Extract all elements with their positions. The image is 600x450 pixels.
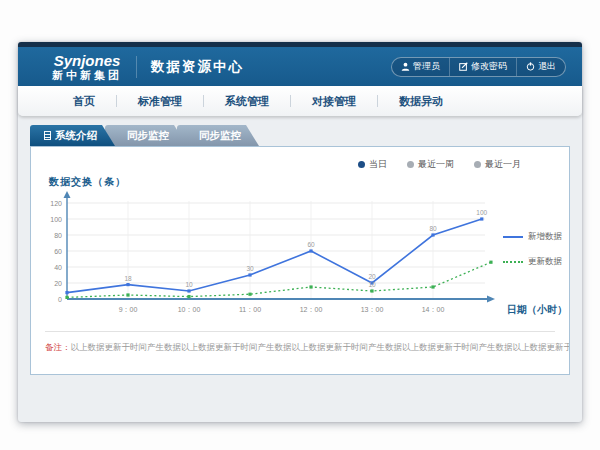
filter-option-2[interactable]: 最近一周 xyxy=(407,158,454,171)
logo-brand-text: Synjones xyxy=(52,53,122,68)
tab-label: 同步监控 xyxy=(127,129,169,143)
nav-item-4[interactable]: 对接管理 xyxy=(291,94,377,109)
range-filter: 当日最近一周最近一月 xyxy=(31,147,569,171)
x-axis-title: 日期（小时） xyxy=(507,303,567,317)
logout-button[interactable]: 退出 xyxy=(516,58,565,76)
tab-label: 同步监控 xyxy=(199,129,241,143)
radio-icon xyxy=(358,161,365,168)
svg-text:13：00: 13：00 xyxy=(361,306,384,313)
svg-text:40: 40 xyxy=(54,264,62,271)
svg-text:100: 100 xyxy=(476,209,487,216)
edit-icon xyxy=(459,62,468,71)
svg-text:10: 10 xyxy=(185,281,193,288)
header-divider xyxy=(136,56,137,78)
footnote-label: 备注： xyxy=(45,342,71,352)
user-toolbar: 管理员 修改密码 退出 xyxy=(391,57,566,77)
svg-text:60: 60 xyxy=(307,241,315,248)
tab-label: 系统介绍 xyxy=(55,129,97,143)
svg-text:80: 80 xyxy=(429,225,437,232)
svg-text:14：00: 14：00 xyxy=(422,306,445,313)
svg-text:9：00: 9：00 xyxy=(119,306,138,313)
line-chart: 0204060801001209：0010：0011：0012：0013：001… xyxy=(33,189,503,329)
footnote-text: 以上数据更新于时间产生数据以上数据更新于时间产生数据以上数据更新于时间产生数据以… xyxy=(71,342,570,352)
filter-label: 最近一周 xyxy=(418,158,454,171)
logout-label: 退出 xyxy=(538,60,556,73)
logo-company-text: 新中新集团 xyxy=(52,70,122,81)
nav-menu: 首页标准管理系统管理对接管理数据异动 xyxy=(18,86,582,116)
nav-item-2[interactable]: 标准管理 xyxy=(117,94,203,109)
filter-label: 最近一月 xyxy=(485,158,521,171)
change-password-label: 修改密码 xyxy=(471,60,507,73)
tab-3[interactable]: 同步监控 xyxy=(177,125,259,146)
tab-bar: 系统介绍同步监控同步监控 xyxy=(30,125,570,146)
page-title: 数据资源中心 xyxy=(151,58,244,76)
nav-item-1[interactable]: 首页 xyxy=(52,94,116,109)
content-area: 系统介绍同步监控同步监控 当日最近一周最近一月 数据交换（条） 02040608… xyxy=(18,116,582,375)
legend-label: 更新数据 xyxy=(528,256,562,268)
legend-line-sample xyxy=(503,261,523,263)
user-menu[interactable]: 管理员 xyxy=(392,58,449,76)
svg-text:10：00: 10：00 xyxy=(178,306,201,313)
filter-option-1[interactable]: 当日 xyxy=(358,158,387,171)
tab-2[interactable]: 同步监控 xyxy=(105,125,187,146)
document-icon xyxy=(44,131,51,140)
svg-text:80: 80 xyxy=(54,232,62,239)
svg-text:30: 30 xyxy=(246,265,254,272)
svg-text:60: 60 xyxy=(54,248,62,255)
svg-text:18: 18 xyxy=(124,275,132,282)
header: Synjones 新中新集团 数据资源中心 管理员 修改密码 退出 xyxy=(18,47,582,86)
legend-item-2: 更新数据 xyxy=(503,256,567,268)
svg-text:100: 100 xyxy=(50,216,62,223)
radio-icon xyxy=(474,161,481,168)
svg-text:12：00: 12：00 xyxy=(300,306,323,313)
filter-label: 当日 xyxy=(369,158,387,171)
legend-item-1: 新增数据 xyxy=(503,231,567,243)
chart-panel: 当日最近一周最近一月 数据交换（条） 0204060801001209：0010… xyxy=(30,146,570,375)
app-window: Synjones 新中新集团 数据资源中心 管理员 修改密码 退出 首页标准管理… xyxy=(18,42,582,422)
logo: Synjones 新中新集团 xyxy=(52,53,122,81)
y-axis-title: 数据交换（条） xyxy=(49,175,569,189)
nav-item-5[interactable]: 数据异动 xyxy=(378,94,464,109)
nav-item-3[interactable]: 系统管理 xyxy=(204,94,290,109)
filter-option-3[interactable]: 最近一月 xyxy=(474,158,521,171)
chart-region: 0204060801001209：0010：0011：0012：0013：001… xyxy=(31,189,569,329)
legend-line-sample xyxy=(503,236,523,238)
tab-1[interactable]: 系统介绍 xyxy=(30,125,115,146)
svg-text:0: 0 xyxy=(58,296,62,303)
svg-text:10: 10 xyxy=(368,281,376,288)
legend-label: 新增数据 xyxy=(528,231,562,243)
footnote: 备注：以上数据更新于时间产生数据以上数据更新于时间产生数据以上数据更新于时间产生… xyxy=(31,332,569,374)
svg-text:20: 20 xyxy=(368,273,376,280)
radio-icon xyxy=(407,161,414,168)
power-icon xyxy=(526,62,535,71)
svg-text:20: 20 xyxy=(54,280,62,287)
svg-text:120: 120 xyxy=(50,200,62,207)
svg-text:11：00: 11：00 xyxy=(239,306,261,313)
user-icon xyxy=(401,62,410,71)
change-password-button[interactable]: 修改密码 xyxy=(449,58,516,76)
user-label: 管理员 xyxy=(413,60,440,73)
